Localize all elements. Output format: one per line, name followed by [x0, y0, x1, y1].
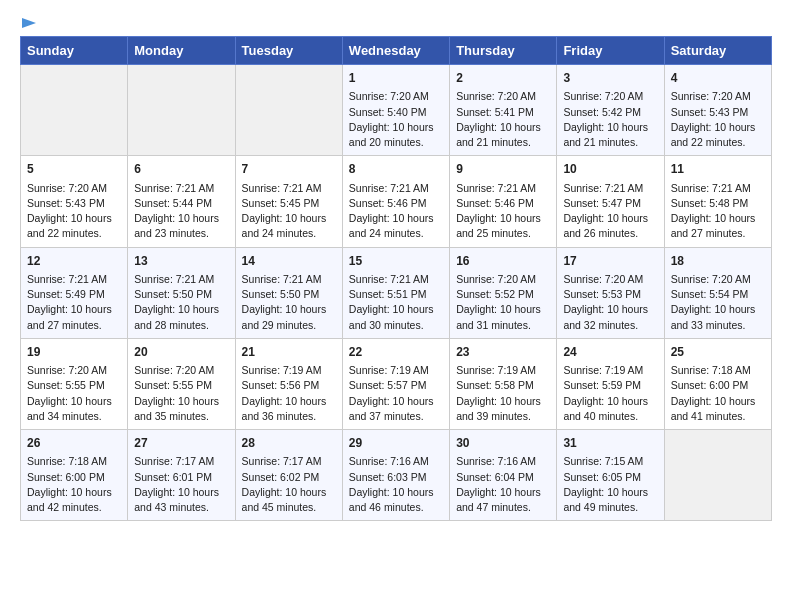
day-info: Daylight: 10 hours — [27, 394, 121, 409]
week-row-3: 19Sunrise: 7:20 AMSunset: 5:55 PMDayligh… — [21, 338, 772, 429]
day-info: Sunset: 5:57 PM — [349, 378, 443, 393]
header-day-saturday: Saturday — [664, 37, 771, 65]
day-info: and 49 minutes. — [563, 500, 657, 515]
day-info: and 25 minutes. — [456, 226, 550, 241]
day-info: Sunset: 5:46 PM — [349, 196, 443, 211]
day-info: and 27 minutes. — [671, 226, 765, 241]
day-info: Sunrise: 7:16 AM — [349, 454, 443, 469]
calendar-cell: 11Sunrise: 7:21 AMSunset: 5:48 PMDayligh… — [664, 156, 771, 247]
day-info: and 27 minutes. — [27, 318, 121, 333]
day-info: Sunset: 5:55 PM — [134, 378, 228, 393]
header-day-wednesday: Wednesday — [342, 37, 449, 65]
day-info: and 29 minutes. — [242, 318, 336, 333]
calendar-cell: 5Sunrise: 7:20 AMSunset: 5:43 PMDaylight… — [21, 156, 128, 247]
day-number: 16 — [456, 253, 550, 270]
day-number: 15 — [349, 253, 443, 270]
day-info: Sunrise: 7:20 AM — [456, 89, 550, 104]
day-info: Sunrise: 7:19 AM — [563, 363, 657, 378]
calendar-cell: 13Sunrise: 7:21 AMSunset: 5:50 PMDayligh… — [128, 247, 235, 338]
day-info: Sunrise: 7:20 AM — [134, 363, 228, 378]
calendar-cell: 16Sunrise: 7:20 AMSunset: 5:52 PMDayligh… — [450, 247, 557, 338]
calendar-cell — [664, 430, 771, 521]
day-number: 20 — [134, 344, 228, 361]
day-info: and 24 minutes. — [242, 226, 336, 241]
calendar-cell: 18Sunrise: 7:20 AMSunset: 5:54 PMDayligh… — [664, 247, 771, 338]
day-info: and 32 minutes. — [563, 318, 657, 333]
day-info: Daylight: 10 hours — [134, 211, 228, 226]
day-info: and 33 minutes. — [671, 318, 765, 333]
day-info: Sunrise: 7:18 AM — [27, 454, 121, 469]
header-day-friday: Friday — [557, 37, 664, 65]
day-info: Daylight: 10 hours — [456, 485, 550, 500]
day-number: 10 — [563, 161, 657, 178]
day-info: and 24 minutes. — [349, 226, 443, 241]
day-number: 19 — [27, 344, 121, 361]
day-info: Sunrise: 7:18 AM — [671, 363, 765, 378]
day-info: Sunrise: 7:21 AM — [349, 181, 443, 196]
day-info: Daylight: 10 hours — [563, 485, 657, 500]
day-number: 9 — [456, 161, 550, 178]
day-info: Sunrise: 7:17 AM — [242, 454, 336, 469]
day-info: Daylight: 10 hours — [134, 485, 228, 500]
day-info: Daylight: 10 hours — [563, 394, 657, 409]
day-info: Sunrise: 7:20 AM — [563, 89, 657, 104]
day-info: Daylight: 10 hours — [349, 394, 443, 409]
day-number: 1 — [349, 70, 443, 87]
day-number: 17 — [563, 253, 657, 270]
day-info: Sunrise: 7:15 AM — [563, 454, 657, 469]
day-info: Sunset: 5:55 PM — [27, 378, 121, 393]
day-info: Sunset: 5:40 PM — [349, 105, 443, 120]
week-row-4: 26Sunrise: 7:18 AMSunset: 6:00 PMDayligh… — [21, 430, 772, 521]
day-number: 6 — [134, 161, 228, 178]
calendar-cell: 3Sunrise: 7:20 AMSunset: 5:42 PMDaylight… — [557, 65, 664, 156]
day-info: and 30 minutes. — [349, 318, 443, 333]
day-info: Sunset: 5:58 PM — [456, 378, 550, 393]
day-info: Sunset: 6:01 PM — [134, 470, 228, 485]
day-info: Sunset: 5:50 PM — [242, 287, 336, 302]
calendar-cell — [128, 65, 235, 156]
day-info: Sunset: 6:02 PM — [242, 470, 336, 485]
day-info: Daylight: 10 hours — [27, 485, 121, 500]
day-info: Sunset: 5:49 PM — [27, 287, 121, 302]
day-info: Daylight: 10 hours — [456, 120, 550, 135]
day-number: 26 — [27, 435, 121, 452]
day-number: 27 — [134, 435, 228, 452]
day-info: Sunrise: 7:21 AM — [134, 181, 228, 196]
day-info: and 39 minutes. — [456, 409, 550, 424]
day-number: 22 — [349, 344, 443, 361]
day-number: 12 — [27, 253, 121, 270]
day-number: 2 — [456, 70, 550, 87]
day-number: 21 — [242, 344, 336, 361]
day-info: Daylight: 10 hours — [134, 302, 228, 317]
day-info: and 22 minutes. — [27, 226, 121, 241]
calendar-cell: 25Sunrise: 7:18 AMSunset: 6:00 PMDayligh… — [664, 338, 771, 429]
calendar-cell: 1Sunrise: 7:20 AMSunset: 5:40 PMDaylight… — [342, 65, 449, 156]
day-info: Sunset: 5:43 PM — [671, 105, 765, 120]
calendar-cell: 30Sunrise: 7:16 AMSunset: 6:04 PMDayligh… — [450, 430, 557, 521]
day-info: Daylight: 10 hours — [242, 302, 336, 317]
day-info: Daylight: 10 hours — [349, 302, 443, 317]
calendar-cell: 23Sunrise: 7:19 AMSunset: 5:58 PMDayligh… — [450, 338, 557, 429]
day-info: and 23 minutes. — [134, 226, 228, 241]
day-info: Sunrise: 7:21 AM — [242, 181, 336, 196]
day-info: and 35 minutes. — [134, 409, 228, 424]
day-info: and 22 minutes. — [671, 135, 765, 150]
day-info: Sunset: 5:47 PM — [563, 196, 657, 211]
day-info: Sunset: 5:50 PM — [134, 287, 228, 302]
day-info: and 21 minutes. — [456, 135, 550, 150]
logo — [20, 16, 36, 26]
day-info: Sunset: 5:44 PM — [134, 196, 228, 211]
day-info: Sunset: 5:52 PM — [456, 287, 550, 302]
day-info: and 21 minutes. — [563, 135, 657, 150]
day-info: Sunset: 5:43 PM — [27, 196, 121, 211]
calendar-cell: 6Sunrise: 7:21 AMSunset: 5:44 PMDaylight… — [128, 156, 235, 247]
day-number: 8 — [349, 161, 443, 178]
day-info: Sunset: 5:42 PM — [563, 105, 657, 120]
day-info: Sunrise: 7:19 AM — [242, 363, 336, 378]
day-info: Daylight: 10 hours — [27, 211, 121, 226]
day-info: Sunset: 5:41 PM — [456, 105, 550, 120]
day-info: Sunrise: 7:17 AM — [134, 454, 228, 469]
calendar-cell: 19Sunrise: 7:20 AMSunset: 5:55 PMDayligh… — [21, 338, 128, 429]
day-info: and 26 minutes. — [563, 226, 657, 241]
week-row-2: 12Sunrise: 7:21 AMSunset: 5:49 PMDayligh… — [21, 247, 772, 338]
